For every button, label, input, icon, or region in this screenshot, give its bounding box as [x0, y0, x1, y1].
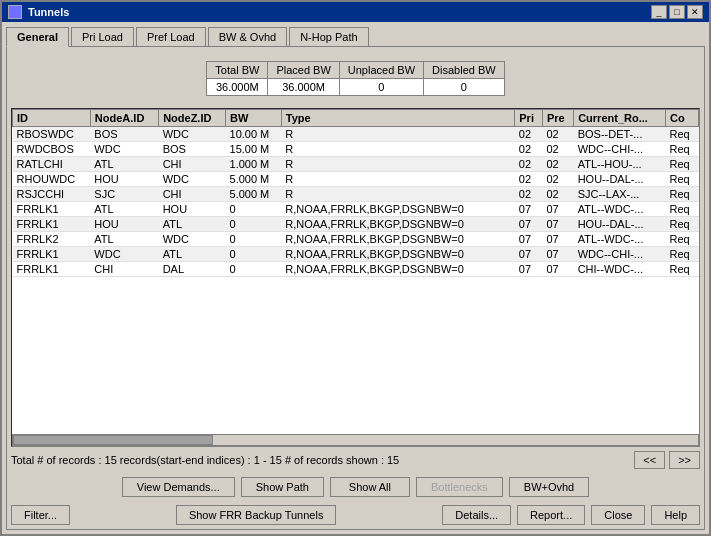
view-demands-button[interactable]: View Demands... — [122, 477, 235, 497]
cell-8-1: WDC — [90, 247, 158, 262]
filter-button[interactable]: Filter... — [11, 505, 70, 525]
table-row[interactable]: RSJCCHISJCCHI5.000 MR0202SJC--LAX-...Req — [13, 187, 699, 202]
col-type: Type — [281, 110, 515, 127]
show-frr-button[interactable]: Show FRR Backup Tunnels — [176, 505, 337, 525]
cell-1-1: WDC — [90, 142, 158, 157]
cell-0-1: BOS — [90, 127, 158, 142]
cell-7-3: 0 — [226, 232, 282, 247]
show-path-button[interactable]: Show Path — [241, 477, 324, 497]
cell-5-8: Req — [666, 202, 699, 217]
bw-ovhd-button[interactable]: BW+Ovhd — [509, 477, 589, 497]
cell-8-4: R,NOAA,FRRLK,BKGP,DSGNBW=0 — [281, 247, 515, 262]
cell-1-3: 15.00 M — [226, 142, 282, 157]
close-window-button[interactable]: ✕ — [687, 5, 703, 19]
disabled-bw-header: Disabled BW — [424, 62, 505, 79]
data-table: ID NodeA.ID NodeZ.ID BW Type Pri Pre Cur… — [12, 109, 699, 277]
cell-5-0: FRRLK1 — [13, 202, 91, 217]
maximize-button[interactable]: □ — [669, 5, 685, 19]
details-button[interactable]: Details... — [442, 505, 511, 525]
title-bar-left: Tunnels — [8, 5, 69, 19]
cell-3-2: WDC — [159, 172, 226, 187]
tab-pref-load[interactable]: Pref Load — [136, 27, 206, 47]
horizontal-scrollbar[interactable] — [12, 434, 699, 446]
bottlenecks-button[interactable]: Bottlenecks — [416, 477, 503, 497]
cell-8-6: 07 — [542, 247, 573, 262]
cell-0-0: RBOSWDC — [13, 127, 91, 142]
tab-pri-load[interactable]: Pri Load — [71, 27, 134, 47]
cell-8-7: WDC--CHI-... — [574, 247, 666, 262]
col-bw: BW — [226, 110, 282, 127]
cell-1-8: Req — [666, 142, 699, 157]
table-row[interactable]: FRRLK1ATLHOU0R,NOAA,FRRLK,BKGP,DSGNBW=00… — [13, 202, 699, 217]
cell-0-3: 10.00 M — [226, 127, 282, 142]
cell-2-1: ATL — [90, 157, 158, 172]
cell-6-8: Req — [666, 217, 699, 232]
cell-8-3: 0 — [226, 247, 282, 262]
cell-8-5: 07 — [515, 247, 543, 262]
col-nodea: NodeA.ID — [90, 110, 158, 127]
cell-7-0: FRRLK2 — [13, 232, 91, 247]
cell-1-4: R — [281, 142, 515, 157]
data-table-area: ID NodeA.ID NodeZ.ID BW Type Pri Pre Cur… — [11, 108, 700, 447]
prev-button[interactable]: << — [634, 451, 665, 469]
bw-info-area: Total BW Placed BW Unplaced BW Disabled … — [11, 51, 700, 104]
cell-7-7: ATL--WDC-... — [574, 232, 666, 247]
cell-6-5: 07 — [515, 217, 543, 232]
col-pri: Pri — [515, 110, 543, 127]
col-id: ID — [13, 110, 91, 127]
tab-n-hop-path[interactable]: N-Hop Path — [289, 27, 368, 47]
total-bw-header: Total BW — [207, 62, 268, 79]
tab-content: Total BW Placed BW Unplaced BW Disabled … — [6, 46, 705, 530]
cell-8-2: ATL — [159, 247, 226, 262]
table-row[interactable]: RHOUWDCHOUWDC5.000 MR0202HOU--DAL-...Req — [13, 172, 699, 187]
title-bar: Tunnels _ □ ✕ — [2, 2, 709, 22]
table-row[interactable]: FRRLK2ATLWDC0R,NOAA,FRRLK,BKGP,DSGNBW=00… — [13, 232, 699, 247]
cell-4-7: SJC--LAX-... — [574, 187, 666, 202]
show-all-button[interactable]: Show All — [330, 477, 410, 497]
cell-4-3: 5.000 M — [226, 187, 282, 202]
table-row[interactable]: FRRLK1WDCATL0R,NOAA,FRRLK,BKGP,DSGNBW=00… — [13, 247, 699, 262]
cell-2-6: 02 — [542, 157, 573, 172]
tab-bw-ovhd[interactable]: BW & Ovhd — [208, 27, 287, 47]
cell-6-0: FRRLK1 — [13, 217, 91, 232]
bottom-center: Show FRR Backup Tunnels — [76, 505, 436, 525]
minimize-button[interactable]: _ — [651, 5, 667, 19]
cell-7-4: R,NOAA,FRRLK,BKGP,DSGNBW=0 — [281, 232, 515, 247]
cell-9-7: CHI--WDC-... — [574, 262, 666, 277]
cell-5-1: ATL — [90, 202, 158, 217]
cell-6-2: ATL — [159, 217, 226, 232]
cell-4-5: 02 — [515, 187, 543, 202]
cell-1-5: 02 — [515, 142, 543, 157]
cell-4-2: CHI — [159, 187, 226, 202]
cell-6-6: 07 — [542, 217, 573, 232]
table-body: RBOSWDCBOSWDC10.00 MR0202BOS--DET-...Req… — [13, 127, 699, 277]
tab-bar: General Pri Load Pref Load BW & Ovhd N-H… — [6, 26, 705, 46]
close-button[interactable]: Close — [591, 505, 645, 525]
cell-2-7: ATL--HOU-... — [574, 157, 666, 172]
table-row[interactable]: RBOSWDCBOSWDC10.00 MR0202BOS--DET-...Req — [13, 127, 699, 142]
table-row[interactable]: FRRLK1CHIDAL0R,NOAA,FRRLK,BKGP,DSGNBW=00… — [13, 262, 699, 277]
table-scroll[interactable]: ID NodeA.ID NodeZ.ID BW Type Pri Pre Cur… — [12, 109, 699, 434]
cell-9-4: R,NOAA,FRRLK,BKGP,DSGNBW=0 — [281, 262, 515, 277]
window-icon — [8, 5, 22, 19]
cell-4-4: R — [281, 187, 515, 202]
cell-0-7: BOS--DET-... — [574, 127, 666, 142]
cell-3-7: HOU--DAL-... — [574, 172, 666, 187]
content-area: General Pri Load Pref Load BW & Ovhd N-H… — [2, 22, 709, 534]
next-button[interactable]: >> — [669, 451, 700, 469]
cell-2-0: RATLCHI — [13, 157, 91, 172]
col-co: Co — [666, 110, 699, 127]
help-button[interactable]: Help — [651, 505, 700, 525]
cell-4-0: RSJCCHI — [13, 187, 91, 202]
table-row[interactable]: RWDCBOSWDCBOS15.00 MR0202WDC--CHI-...Req — [13, 142, 699, 157]
table-row[interactable]: RATLCHIATLCHI1.000 MR0202ATL--HOU-...Req — [13, 157, 699, 172]
cell-2-4: R — [281, 157, 515, 172]
tab-general[interactable]: General — [6, 27, 69, 47]
main-window: Tunnels _ □ ✕ General Pri Load Pref Load… — [0, 0, 711, 536]
table-row[interactable]: FRRLK1HOUATL0R,NOAA,FRRLK,BKGP,DSGNBW=00… — [13, 217, 699, 232]
report-button[interactable]: Report... — [517, 505, 585, 525]
cell-1-0: RWDCBOS — [13, 142, 91, 157]
scrollbar-thumb[interactable] — [13, 435, 213, 445]
col-current-ro: Current_Ro... — [574, 110, 666, 127]
cell-9-3: 0 — [226, 262, 282, 277]
